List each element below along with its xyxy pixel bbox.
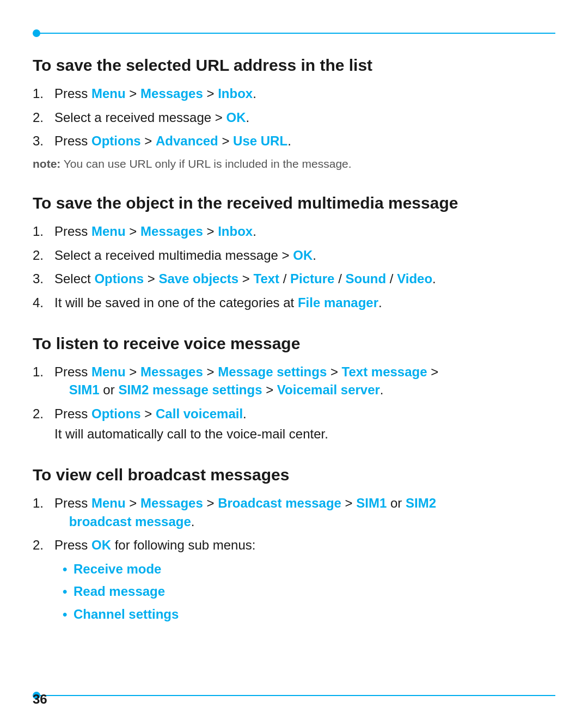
save-objects-link: Save objects — [158, 271, 238, 286]
use-url-link: Use URL — [233, 133, 287, 148]
ok-link: OK — [91, 538, 111, 552]
step-1-1: 1. Press Menu > Messages > Inbox. — [33, 84, 555, 103]
sim1-link: SIM1 — [69, 382, 100, 397]
step-num: 3. — [33, 270, 44, 288]
messages-link: Messages — [140, 496, 203, 510]
step-1-3: 3. Press Options > Advanced > Use URL. — [33, 132, 555, 150]
messages-link: Messages — [140, 86, 203, 101]
options-link: Options — [91, 133, 141, 148]
ok-link: OK — [226, 110, 246, 125]
call-voicemail-link: Call voicemail — [156, 406, 243, 421]
note-url: note: You can use URL only if URL is inc… — [33, 156, 555, 172]
section-broadcast: To view cell broadcast messages 1. Press… — [33, 464, 555, 624]
step-num: 2. — [33, 536, 44, 554]
step-3-1: 1. Press Menu > Messages > Message setti… — [33, 363, 555, 399]
step-3-2: 2. Press Options > Call voicemail. It wi… — [33, 405, 555, 443]
step-num: 2. — [33, 405, 44, 423]
step-2-4: 4. It will be saved in one of the catego… — [33, 294, 555, 312]
top-dot — [33, 29, 40, 37]
sim2-message-settings-link: SIM2 message settings — [118, 382, 262, 397]
section-save-url-heading: To save the selected URL address in the … — [33, 54, 555, 76]
messages-link: Messages — [140, 364, 203, 379]
step-num: 1. — [33, 363, 44, 381]
step-4-2: 2. Press OK for following sub menus: — [33, 536, 555, 554]
advanced-link: Advanced — [156, 133, 218, 148]
sim2-link: SIM2 — [406, 496, 436, 510]
video-link: Video — [397, 271, 432, 286]
text-message-link: Text message — [342, 364, 427, 379]
menu-link: Menu — [91, 224, 126, 239]
broadcast-message-link: Broadcast message — [218, 496, 341, 510]
step-2-1: 1. Press Menu > Messages > Inbox. — [33, 222, 555, 241]
step-num: 1. — [33, 494, 44, 513]
sim1-link: SIM1 — [356, 496, 387, 510]
picture-link: Picture — [290, 271, 334, 286]
bullet-channel-settings: Channel settings — [63, 605, 555, 624]
file-manager-link: File manager — [298, 295, 378, 310]
menu-link: Menu — [91, 364, 126, 379]
options-link: Options — [94, 271, 144, 286]
messages-link: Messages — [140, 224, 203, 239]
bullet-read-message: Read message — [63, 582, 555, 601]
section-save-object-heading: To save the object in the received multi… — [33, 192, 555, 213]
menu-link: Menu — [91, 496, 126, 510]
section-voicemail-steps: 1. Press Menu > Messages > Message setti… — [33, 363, 555, 443]
section-voicemail: To listen to receive voice message 1. Pr… — [33, 333, 555, 443]
step-2-2: 2. Select a received multimedia message … — [33, 246, 555, 265]
step-num: 3. — [33, 132, 44, 150]
step-num: 2. — [33, 108, 44, 127]
page-number: 36 — [33, 692, 47, 707]
section-save-object-steps: 1. Press Menu > Messages > Inbox. 2. Sel… — [33, 222, 555, 312]
section-save-url: To save the selected URL address in the … — [33, 54, 555, 172]
inbox-link: Inbox — [218, 224, 253, 239]
step-num: 2. — [33, 246, 44, 265]
inbox-link: Inbox — [218, 86, 253, 101]
top-decorative-line — [33, 33, 555, 34]
step-1-2: 2. Select a received message > OK. — [33, 108, 555, 127]
section-broadcast-heading: To view cell broadcast messages — [33, 464, 555, 485]
section-voicemail-heading: To listen to receive voice message — [33, 333, 555, 354]
menu-link: Menu — [91, 86, 126, 101]
section-save-object: To save the object in the received multi… — [33, 192, 555, 312]
broadcast-message-link2: broadcast message — [69, 514, 191, 529]
main-content: To save the selected URL address in the … — [33, 54, 555, 661]
step-4-1: 1. Press Menu > Messages > Broadcast mes… — [33, 494, 555, 530]
step-num: 1. — [33, 84, 44, 103]
section-save-url-steps: 1. Press Menu > Messages > Inbox. 2. Sel… — [33, 84, 555, 150]
step-num: 1. — [33, 222, 44, 241]
step-2-3: 3. Select Options > Save objects > Text … — [33, 270, 555, 288]
text-link: Text — [254, 271, 280, 286]
broadcast-sub-menu-list: Receive mode Read message Channel settin… — [33, 560, 555, 624]
section-broadcast-steps: 1. Press Menu > Messages > Broadcast mes… — [33, 494, 555, 554]
voicemail-server-link: Voicemail server — [277, 382, 380, 397]
step-num: 4. — [33, 294, 44, 312]
bullet-receive-mode: Receive mode — [63, 560, 555, 578]
sound-link: Sound — [345, 271, 386, 286]
message-settings-link: Message settings — [218, 364, 327, 379]
bottom-decorative-line — [33, 695, 555, 696]
ok-link: OK — [293, 248, 313, 263]
options-link: Options — [91, 406, 141, 421]
